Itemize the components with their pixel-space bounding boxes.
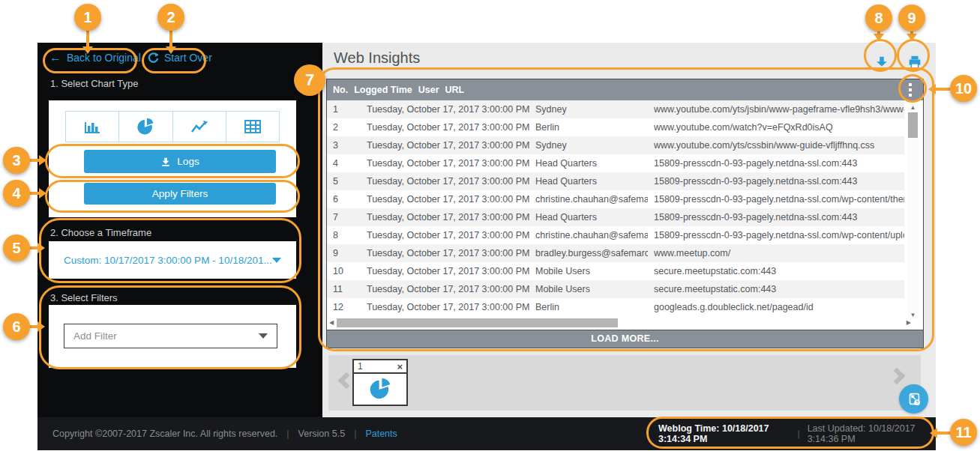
callout-10-arrow [928, 84, 936, 94]
select-chart-type-label: 1. Select Chart Type [50, 78, 139, 89]
callout-4-arrow [39, 188, 46, 199]
bar-chart-icon[interactable] [66, 112, 118, 142]
callout-2: 2 [157, 4, 184, 31]
callout-outline-apply-filters [45, 180, 300, 213]
callout-3: 3 [3, 147, 30, 174]
callout-outline-timeframe [39, 218, 301, 283]
callout-1-arrow [82, 46, 93, 54]
chevron-right-icon[interactable] [889, 368, 906, 385]
line-chart-icon[interactable] [172, 112, 226, 142]
pie-chart-icon [354, 374, 406, 403]
callout-3-arrow [39, 155, 46, 166]
callout-9-arrow [907, 34, 917, 41]
page-number: 1 [358, 361, 363, 372]
callout-10-line [936, 88, 952, 91]
table-icon[interactable] [226, 112, 279, 142]
callout-1: 1 [74, 4, 101, 31]
callout-8-arrow [874, 34, 884, 41]
callout-outline-kebab [898, 74, 927, 103]
callout-2-arrow [166, 46, 176, 54]
copyright-text: Copyright ©2007-2017 Zscaler Inc. All ri… [52, 429, 277, 439]
callout-5: 5 [3, 234, 30, 261]
callout-outline-download [864, 39, 897, 72]
callout-8: 8 [865, 4, 892, 31]
callout-4: 4 [3, 180, 30, 207]
callout-outline-times [646, 417, 934, 449]
callout-9: 9 [898, 4, 925, 31]
callout-2-line [169, 29, 172, 47]
version-text: Version 5.5 [298, 429, 346, 439]
close-icon[interactable]: × [397, 362, 403, 372]
page-title: Web Insights [334, 49, 420, 67]
patents-link[interactable]: Patents [365, 429, 397, 439]
callout-6-arrow [37, 321, 45, 332]
chart-type-button-group [65, 111, 280, 142]
callout-outline-logs [45, 144, 300, 178]
callout-outline-print [897, 39, 930, 72]
callout-11: 11 [950, 419, 977, 446]
callout-6: 6 [3, 313, 30, 340]
callout-outline-filters [39, 285, 301, 369]
pagination-strip: 1 × [328, 355, 921, 411]
callout-7: 7 [294, 64, 325, 96]
callout-10: 10 [950, 75, 977, 102]
callout-5-arrow [37, 243, 45, 253]
callout-1-line [86, 29, 89, 47]
web-insights-screen: ← Back to Original Start Over 1. Select … [0, 0, 980, 451]
callout-outline-table [318, 67, 934, 351]
callout-11-arrow [930, 428, 937, 438]
svg-text:?: ? [916, 400, 919, 405]
help-expand-button[interactable]: ? [899, 384, 928, 414]
pie-chart-icon[interactable] [118, 112, 172, 142]
chart-page-thumbnail[interactable]: 1 × [352, 359, 408, 406]
